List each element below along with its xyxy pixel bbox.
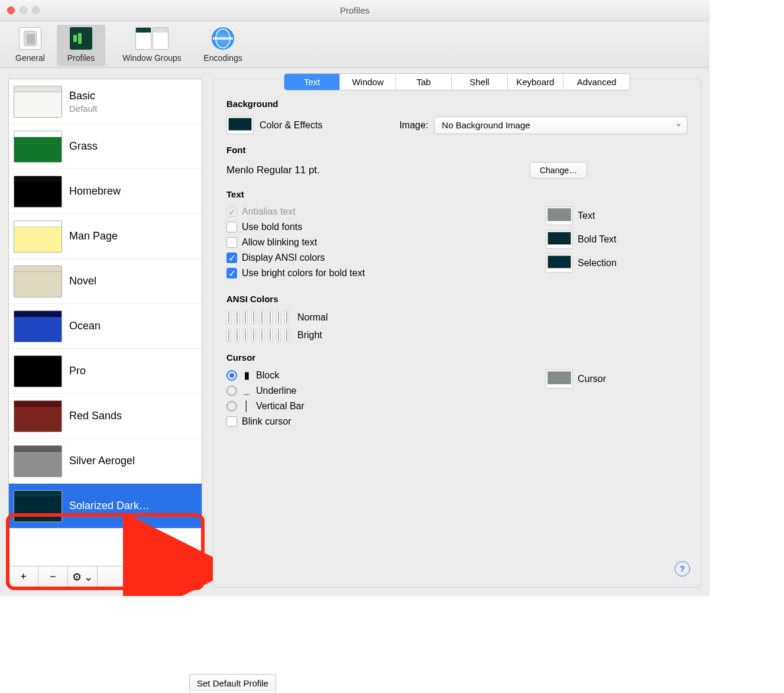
tab-shell[interactable]: Shell bbox=[452, 74, 507, 90]
titlebar: Profiles bbox=[0, 0, 710, 21]
profile-item[interactable]: BasicDefault bbox=[9, 79, 202, 124]
ansi-color-well[interactable] bbox=[235, 329, 239, 342]
vertical-bar-glyph-icon: │ bbox=[242, 401, 251, 412]
ansi-color-well[interactable] bbox=[251, 329, 256, 342]
font-row: Menlo Regular 11 pt. Change… bbox=[226, 162, 688, 179]
antialias-checkbox-row[interactable]: ✓ Antialias text bbox=[226, 206, 528, 217]
ansi-color-well[interactable] bbox=[235, 311, 239, 324]
profile-subtitle: Default bbox=[69, 103, 98, 114]
profile-item[interactable]: Ocean bbox=[9, 304, 202, 349]
toolbar-encodings[interactable]: Encodings bbox=[199, 25, 247, 66]
toolbar-profiles[interactable]: Profiles bbox=[57, 25, 105, 66]
profile-name: Homebrew bbox=[69, 185, 121, 197]
ansi-row-label: Bright bbox=[297, 330, 322, 341]
profile-thumbnail bbox=[14, 355, 62, 387]
profile-item[interactable]: Solarized Dark… bbox=[9, 484, 202, 529]
help-button[interactable]: ? bbox=[675, 561, 690, 577]
prefs-window: Profiles GeneralProfilesWindow GroupsEnc… bbox=[0, 0, 710, 596]
tab-keyboard[interactable]: Keyboard bbox=[508, 74, 563, 90]
ansi-color-well[interactable] bbox=[268, 329, 273, 342]
background-color-well[interactable] bbox=[226, 116, 254, 134]
ansi-color-well[interactable] bbox=[284, 329, 289, 342]
zoom-window[interactable] bbox=[32, 7, 40, 14]
profile-actions-button[interactable]: ⚙︎ ⌄ bbox=[68, 566, 98, 587]
encodings-icon bbox=[212, 27, 234, 50]
cursor-vertical-row[interactable]: │ Vertical Bar bbox=[226, 401, 528, 412]
underline-glyph-icon: _ bbox=[242, 386, 251, 396]
sidebar: BasicDefaultGrassHomebrewMan PageNovelOc… bbox=[8, 79, 202, 588]
ansi-colors-checkbox-row[interactable]: ✓ Display ANSI colors bbox=[226, 252, 528, 263]
toolbar-general[interactable]: General bbox=[6, 25, 54, 66]
ansi-color-well[interactable] bbox=[260, 311, 264, 324]
profile-item[interactable]: Homebrew bbox=[9, 169, 202, 214]
selection-color-label: Selection bbox=[578, 258, 617, 268]
ansi-color-well[interactable] bbox=[243, 311, 248, 324]
ansi-color-well[interactable] bbox=[226, 311, 231, 324]
ansi-color-well[interactable] bbox=[276, 329, 281, 342]
text-color-label: Text bbox=[578, 211, 595, 221]
toolbar-window_groups[interactable]: Window Groups bbox=[108, 25, 196, 66]
minimize-window[interactable] bbox=[20, 7, 27, 14]
ansi-color-well[interactable] bbox=[276, 311, 281, 324]
ansi-colors-checkbox: ✓ bbox=[226, 252, 237, 263]
profile-name: Solarized Dark… bbox=[69, 500, 150, 512]
prefs-toolbar: GeneralProfilesWindow GroupsEncodings bbox=[0, 21, 710, 68]
profile-thumbnail bbox=[14, 310, 62, 342]
tab-tab[interactable]: Tab bbox=[396, 74, 452, 90]
selection-color-well[interactable] bbox=[546, 254, 573, 273]
profile-name: Man Page bbox=[69, 230, 118, 242]
tab-advanced[interactable]: Advanced bbox=[563, 74, 630, 90]
background-heading: Background bbox=[226, 99, 688, 109]
ansi-color-well[interactable] bbox=[260, 329, 264, 342]
window-title: Profiles bbox=[340, 5, 370, 15]
bright-bold-checkbox-row[interactable]: ✓ Use bright colors for bold text bbox=[226, 268, 528, 279]
cursor-underline-row[interactable]: _ Underline bbox=[226, 386, 528, 396]
font-description: Menlo Regular 11 pt. bbox=[226, 164, 320, 176]
text-color-well[interactable] bbox=[546, 206, 573, 225]
profile-thumbnail bbox=[14, 400, 62, 432]
profile-name: Grass bbox=[69, 140, 98, 153]
profile-item[interactable]: Man Page bbox=[9, 214, 202, 259]
bg-image-dropdown[interactable]: No Background Image bbox=[434, 116, 688, 134]
profile-name: Novel bbox=[69, 275, 96, 287]
ansi-bright-row: Bright bbox=[226, 329, 688, 342]
background-color-row: Color & Effects Image: No Background Ima… bbox=[226, 116, 688, 134]
profiles-icon bbox=[70, 27, 92, 50]
bg-image-label: Image: bbox=[399, 120, 428, 131]
cursor-block-radio bbox=[226, 370, 237, 381]
change-font-button[interactable]: Change… bbox=[530, 162, 587, 179]
toolbar-label: General bbox=[7, 53, 53, 63]
blinking-text-label: Allow blinking text bbox=[242, 237, 317, 248]
remove-profile-button[interactable]: − bbox=[38, 566, 68, 587]
bold-fonts-checkbox-row[interactable]: Use bold fonts bbox=[226, 222, 528, 232]
blinking-text-checkbox-row[interactable]: Allow blinking text bbox=[226, 237, 528, 248]
bold-text-color-well[interactable] bbox=[546, 230, 573, 249]
profile-item[interactable]: Red Sands bbox=[9, 394, 202, 439]
cursor-block-row[interactable]: ▮ Block bbox=[226, 370, 528, 381]
ansi-color-well[interactable] bbox=[284, 311, 289, 324]
block-glyph-icon: ▮ bbox=[242, 370, 251, 381]
chevron-down-icon: ⌄ bbox=[84, 571, 93, 584]
ansi-heading: ANSI Colors bbox=[226, 294, 688, 304]
profile-thumbnail bbox=[14, 221, 62, 252]
cursor-color-well[interactable] bbox=[546, 370, 573, 388]
ansi-color-well[interactable] bbox=[251, 311, 256, 324]
profile-item[interactable]: Novel bbox=[9, 259, 202, 304]
ansi-color-well[interactable] bbox=[226, 329, 231, 342]
bright-bold-checkbox: ✓ bbox=[226, 268, 237, 279]
ansi-color-well[interactable] bbox=[243, 329, 248, 342]
tab-window[interactable]: Window bbox=[340, 74, 396, 90]
profile-list[interactable]: BasicDefaultGrassHomebrewMan PageNovelOc… bbox=[8, 79, 202, 566]
blink-cursor-row[interactable]: Blink cursor bbox=[226, 416, 528, 427]
profile-item[interactable]: Pro bbox=[9, 349, 202, 394]
profile-item[interactable]: Grass bbox=[9, 124, 202, 169]
add-profile-button[interactable]: + bbox=[9, 566, 38, 587]
profile-item[interactable]: Silver Aerogel bbox=[9, 439, 202, 484]
bold-fonts-label: Use bold fonts bbox=[242, 222, 302, 232]
ansi-color-well[interactable] bbox=[268, 311, 273, 324]
tab-text[interactable]: Text bbox=[284, 74, 340, 90]
default-profile-button[interactable]: Default bbox=[98, 566, 202, 587]
cursor-vertical-label: Vertical Bar bbox=[256, 401, 304, 412]
gear-icon: ⚙︎ bbox=[72, 571, 82, 584]
close-window[interactable] bbox=[7, 7, 15, 14]
